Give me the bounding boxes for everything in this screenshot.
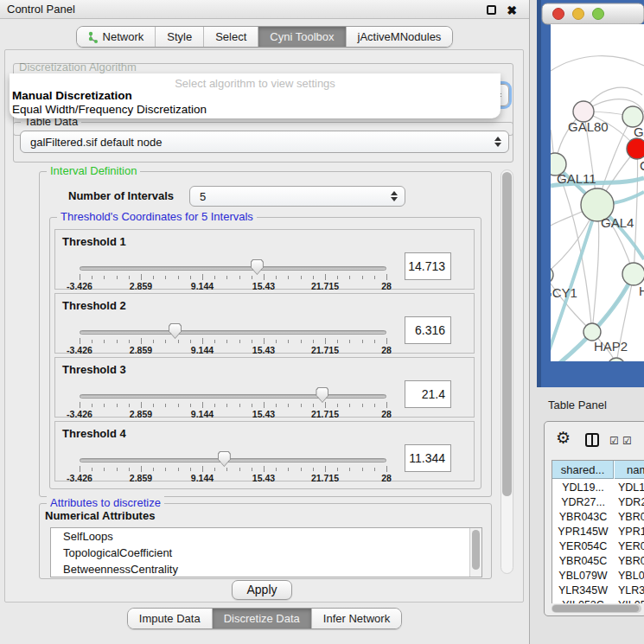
threshold-1-value-field[interactable]: 14.713 <box>405 252 451 280</box>
checkbox-icon[interactable]: ☑ <box>609 435 619 447</box>
tab-select[interactable]: Select <box>203 27 258 47</box>
cell-shared-name: YPR145W <box>552 526 614 538</box>
table-row[interactable]: YDR27...YDR27... <box>552 496 644 511</box>
table-row[interactable]: YLR345WYLR345W <box>552 584 644 599</box>
apply-button[interactable]: Apply <box>232 580 292 600</box>
checkbox-icon[interactable]: ☑ <box>622 435 632 447</box>
settings-scrollbar[interactable] <box>501 169 513 574</box>
zoom-traffic-light[interactable] <box>593 9 604 20</box>
float-window-icon[interactable] <box>487 5 496 15</box>
node-red-selected[interactable] <box>627 138 644 159</box>
slider-thumb[interactable] <box>251 259 264 275</box>
slider-ticks <box>80 402 386 409</box>
column-header-shared-name[interactable]: shared... <box>552 461 614 479</box>
popup-option-equal-width-frequency[interactable]: Equal Width/Frequency Discretization <box>12 103 207 116</box>
cell-shared-name: YDL19... <box>552 481 614 494</box>
threshold-3-value-field[interactable]: 21.4 <box>405 380 451 408</box>
cell-name: YBR043C <box>618 511 644 523</box>
node-hap2[interactable] <box>583 323 601 341</box>
close-window-icon[interactable]: ✖ <box>507 3 517 17</box>
tab-infer-network[interactable]: Infer Network <box>311 609 401 628</box>
number-of-intervals-combobox[interactable]: 5 <box>189 186 405 207</box>
node-label-partial-right: HA <box>639 284 644 298</box>
cell-name: YER054C <box>618 540 644 552</box>
cell-name: YPR145W <box>618 526 644 538</box>
top-tabbar: Network Style Select Cyni Toolbox jActiv… <box>0 26 529 48</box>
minimize-traffic-light[interactable] <box>573 9 584 20</box>
threshold-4-label: Threshold 4 <box>62 427 126 440</box>
list-item-betweennesscentrality[interactable]: BetweennessCentrality <box>51 561 481 577</box>
tab-label: Cyni Toolbox <box>270 30 334 43</box>
discretization-algorithm-label: Discretization Algorithm <box>19 61 137 73</box>
tab-cyni-toolbox[interactable]: Cyni Toolbox <box>258 27 345 47</box>
node-label-gal11: GAL11 <box>557 171 596 186</box>
table-row[interactable]: YBR045CYBR045C <box>552 555 644 570</box>
threshold-4-slider[interactable]: -3.4262.8599.14415.4321.71528 <box>80 456 386 482</box>
threshold-3-slider[interactable]: -3.4262.8599.14415.4321.71528 <box>80 392 386 418</box>
table-horizontal-scrollbar[interactable] <box>552 604 641 613</box>
slider-track[interactable] <box>80 458 386 462</box>
threshold-2-label: Threshold 2 <box>62 299 126 312</box>
cell-name: YBL079W <box>618 570 644 582</box>
column-header-name[interactable]: name <box>615 461 644 479</box>
cell-name: YDL19... <box>618 481 644 494</box>
table-row[interactable]: YDL19...YDL19... <box>552 481 644 496</box>
list-scrollbar[interactable] <box>469 528 481 577</box>
table-panel-title: Table Panel <box>548 399 607 411</box>
list-item-topologicalcoefficient[interactable]: TopologicalCoefficient <box>51 545 481 561</box>
slider-track[interactable] <box>80 394 386 399</box>
combo-arrows-icon <box>494 137 501 147</box>
attributes-group-label: Attributes to discretize <box>47 496 164 509</box>
cell-shared-name: YBR043C <box>552 511 614 523</box>
tab-network[interactable]: Network <box>77 27 156 47</box>
table-row[interactable]: YBR043CYBR043C <box>552 511 644 526</box>
tab-label: Style <box>167 30 192 43</box>
cell-name: YDR27... <box>618 496 644 508</box>
tab-discretize-data[interactable]: Discretize Data <box>212 609 311 628</box>
threshold-2-panel: Threshold 2 -3.4262.8599.14415.4321.7152… <box>54 293 475 354</box>
column-layout-icon[interactable] <box>585 433 599 447</box>
list-item-selfloops[interactable]: SelfLoops <box>51 528 481 545</box>
threshold-4-value-field[interactable]: 11.344 <box>405 444 451 472</box>
popup-option-manual-discretization[interactable]: Manual Discretization <box>12 89 132 102</box>
scrollbar-thumb[interactable] <box>502 172 512 496</box>
slider-track[interactable] <box>80 330 386 335</box>
node-label-gal4: GAL4 <box>601 215 634 230</box>
number-of-intervals-label: Number of Intervals <box>68 189 174 202</box>
table-panel: ⚙ ☑ ☑ shared... name YDL19...YDL19... YD… <box>544 421 644 616</box>
threshold-2-slider[interactable]: -3.4262.8599.14415.4321.71528 <box>80 328 386 354</box>
node-label-hap2: HAP2 <box>594 339 628 354</box>
scrollbar-thumb[interactable] <box>472 530 480 570</box>
table-row[interactable]: YPR145WYPR145W <box>552 526 644 540</box>
close-traffic-light[interactable] <box>553 9 564 20</box>
scrollbar-thumb[interactable] <box>552 605 639 612</box>
table-row[interactable]: YER054CYER054C <box>552 540 644 555</box>
slider-ticks <box>80 338 386 345</box>
cell-name: YLR345W <box>618 584 644 596</box>
table-row[interactable]: YBL079WYBL079W <box>552 570 644 584</box>
table-data-combobox[interactable]: galFiltered.sif default node <box>20 131 509 153</box>
threshold-1-slider[interactable]: -3.4262.8599.14415.4321.71528 <box>80 265 386 290</box>
table-data-value: galFiltered.sif default node <box>30 136 162 149</box>
algorithm-dropdown-popup: Select algorithm to view settings Manual… <box>10 73 501 118</box>
node-partial-right[interactable] <box>622 263 644 285</box>
slider-thumb[interactable] <box>316 387 328 403</box>
tab-style[interactable]: Style <box>155 27 203 47</box>
threshold-1-label: Threshold 1 <box>62 235 126 248</box>
cell-name: YBR045C <box>618 555 644 567</box>
network-icon <box>88 31 99 43</box>
gear-icon[interactable]: ⚙ <box>556 428 571 448</box>
threshold-2-value-field[interactable]: 6.316 <box>405 316 451 344</box>
tab-jactivemnodules[interactable]: jActiveMNodules <box>346 27 453 47</box>
tab-impute-data[interactable]: Impute Data <box>128 609 212 628</box>
slider-thumb[interactable] <box>218 451 231 467</box>
cell-shared-name: YLR345W <box>552 584 614 596</box>
network-view-window[interactable]: GAL80 GAL CY GAL11 GAL4 GCY1 HA HAP2 <box>537 0 644 387</box>
table-row[interactable]: YIL052CYIL052C <box>552 599 644 603</box>
tab-label: Impute Data <box>139 612 201 625</box>
numerical-attributes-label: Numerical Attributes <box>45 509 155 522</box>
slider-track[interactable] <box>80 266 386 271</box>
tab-label: Discretize Data <box>224 612 300 625</box>
slider-thumb[interactable] <box>169 323 182 339</box>
cell-name: YIL052C <box>618 599 644 603</box>
